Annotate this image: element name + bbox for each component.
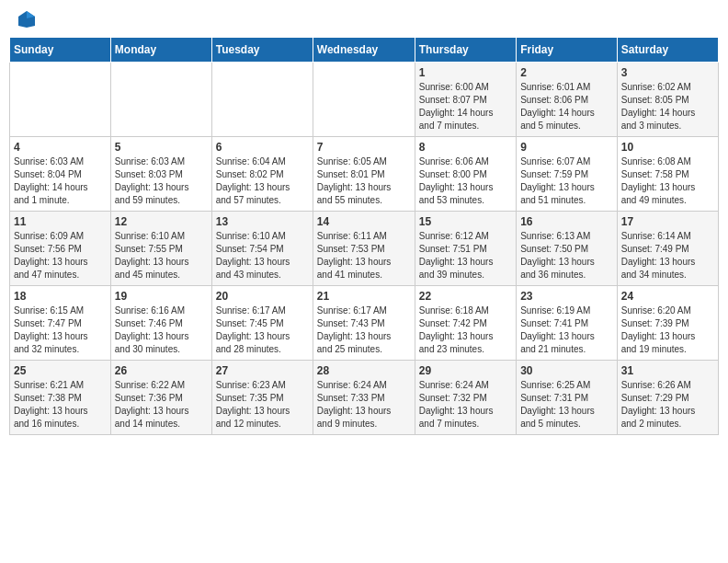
day-number: 30	[520, 364, 613, 377]
day-number: 15	[419, 215, 512, 228]
day-info: Sunrise: 6:24 AM Sunset: 7:33 PM Dayligh…	[317, 379, 411, 431]
day-info: Sunrise: 6:24 AM Sunset: 7:32 PM Dayligh…	[419, 379, 512, 431]
day-cell: 24Sunrise: 6:20 AM Sunset: 7:39 PM Dayli…	[617, 286, 718, 361]
day-info: Sunrise: 6:03 AM Sunset: 8:03 PM Dayligh…	[115, 155, 208, 207]
day-info: Sunrise: 6:01 AM Sunset: 8:06 PM Dayligh…	[520, 81, 613, 132]
day-info: Sunrise: 6:18 AM Sunset: 7:42 PM Dayligh…	[419, 304, 512, 356]
day-cell: 9Sunrise: 6:07 AM Sunset: 7:59 PM Daylig…	[517, 137, 618, 212]
day-number: 6	[216, 141, 309, 154]
day-info: Sunrise: 6:03 AM Sunset: 8:04 PM Dayligh…	[14, 155, 107, 207]
day-cell: 15Sunrise: 6:12 AM Sunset: 7:51 PM Dayli…	[415, 212, 516, 286]
day-number: 26	[115, 364, 208, 377]
day-info: Sunrise: 6:21 AM Sunset: 7:38 PM Dayligh…	[14, 379, 107, 431]
day-cell: 8Sunrise: 6:06 AM Sunset: 8:00 PM Daylig…	[415, 137, 516, 212]
day-number: 8	[419, 141, 512, 154]
day-info: Sunrise: 6:14 AM Sunset: 7:49 PM Dayligh…	[621, 230, 714, 282]
day-cell: 25Sunrise: 6:21 AM Sunset: 7:38 PM Dayli…	[10, 361, 111, 435]
day-number: 29	[419, 364, 512, 377]
week-row-1: 4Sunrise: 6:03 AM Sunset: 8:04 PM Daylig…	[10, 137, 719, 212]
week-row-0: 1Sunrise: 6:00 AM Sunset: 8:07 PM Daylig…	[10, 63, 719, 137]
day-cell: 20Sunrise: 6:17 AM Sunset: 7:45 PM Dayli…	[211, 286, 313, 361]
day-number: 28	[317, 364, 411, 377]
day-info: Sunrise: 6:05 AM Sunset: 8:01 PM Dayligh…	[317, 155, 411, 207]
day-cell: 4Sunrise: 6:03 AM Sunset: 8:04 PM Daylig…	[10, 137, 111, 212]
day-cell: 19Sunrise: 6:16 AM Sunset: 7:46 PM Dayli…	[110, 286, 211, 361]
day-number: 22	[419, 290, 512, 303]
day-cell: 30Sunrise: 6:25 AM Sunset: 7:31 PM Dayli…	[517, 361, 618, 435]
day-cell: 6Sunrise: 6:04 AM Sunset: 8:02 PM Daylig…	[211, 137, 313, 212]
day-number: 2	[520, 66, 613, 79]
day-cell: 22Sunrise: 6:18 AM Sunset: 7:42 PM Dayli…	[415, 286, 516, 361]
weekday-header-row: SundayMondayTuesdayWednesdayThursdayFrid…	[10, 38, 719, 63]
day-number: 3	[621, 66, 714, 79]
day-info: Sunrise: 6:08 AM Sunset: 7:58 PM Dayligh…	[621, 155, 714, 207]
page-header	[9, 9, 719, 29]
day-number: 27	[216, 364, 309, 377]
logo	[13, 9, 39, 29]
day-info: Sunrise: 6:23 AM Sunset: 7:35 PM Dayligh…	[216, 379, 309, 431]
day-number: 31	[621, 364, 714, 377]
day-cell: 7Sunrise: 6:05 AM Sunset: 8:01 PM Daylig…	[313, 137, 415, 212]
day-number: 7	[317, 141, 411, 154]
day-info: Sunrise: 6:13 AM Sunset: 7:50 PM Dayligh…	[520, 230, 613, 282]
day-cell: 10Sunrise: 6:08 AM Sunset: 7:58 PM Dayli…	[617, 137, 718, 212]
day-info: Sunrise: 6:17 AM Sunset: 7:45 PM Dayligh…	[216, 304, 309, 356]
day-info: Sunrise: 6:06 AM Sunset: 8:00 PM Dayligh…	[419, 155, 512, 207]
day-cell: 26Sunrise: 6:22 AM Sunset: 7:36 PM Dayli…	[110, 361, 211, 435]
day-number: 5	[115, 141, 208, 154]
day-number: 17	[621, 215, 714, 228]
calendar-table: SundayMondayTuesdayWednesdayThursdayFrid…	[9, 37, 719, 435]
day-number: 4	[14, 141, 107, 154]
day-info: Sunrise: 6:11 AM Sunset: 7:53 PM Dayligh…	[317, 230, 411, 282]
day-cell: 5Sunrise: 6:03 AM Sunset: 8:03 PM Daylig…	[110, 137, 211, 212]
day-info: Sunrise: 6:02 AM Sunset: 8:05 PM Dayligh…	[621, 81, 714, 132]
day-cell: 11Sunrise: 6:09 AM Sunset: 7:56 PM Dayli…	[10, 212, 111, 286]
day-info: Sunrise: 6:04 AM Sunset: 8:02 PM Dayligh…	[216, 155, 309, 207]
day-cell: 27Sunrise: 6:23 AM Sunset: 7:35 PM Dayli…	[211, 361, 313, 435]
day-number: 24	[621, 290, 714, 303]
day-number: 16	[520, 215, 613, 228]
day-cell: 1Sunrise: 6:00 AM Sunset: 8:07 PM Daylig…	[415, 63, 516, 137]
weekday-sunday: Sunday	[10, 38, 111, 63]
day-info: Sunrise: 6:12 AM Sunset: 7:51 PM Dayligh…	[419, 230, 512, 282]
week-row-4: 25Sunrise: 6:21 AM Sunset: 7:38 PM Dayli…	[10, 361, 719, 435]
day-info: Sunrise: 6:19 AM Sunset: 7:41 PM Dayligh…	[520, 304, 613, 356]
day-number: 11	[14, 215, 107, 228]
calendar-body: 1Sunrise: 6:00 AM Sunset: 8:07 PM Daylig…	[10, 63, 719, 435]
day-cell: 29Sunrise: 6:24 AM Sunset: 7:32 PM Dayli…	[415, 361, 516, 435]
day-number: 13	[216, 215, 309, 228]
day-number: 12	[115, 215, 208, 228]
day-info: Sunrise: 6:10 AM Sunset: 7:54 PM Dayligh…	[216, 230, 309, 282]
day-info: Sunrise: 6:26 AM Sunset: 7:29 PM Dayligh…	[621, 379, 714, 431]
day-info: Sunrise: 6:25 AM Sunset: 7:31 PM Dayligh…	[520, 379, 613, 431]
day-cell	[313, 63, 415, 137]
day-cell: 2Sunrise: 6:01 AM Sunset: 8:06 PM Daylig…	[517, 63, 618, 137]
week-row-3: 18Sunrise: 6:15 AM Sunset: 7:47 PM Dayli…	[10, 286, 719, 361]
day-number: 18	[14, 290, 107, 303]
day-number: 19	[115, 290, 208, 303]
day-info: Sunrise: 6:07 AM Sunset: 7:59 PM Dayligh…	[520, 155, 613, 207]
day-info: Sunrise: 6:20 AM Sunset: 7:39 PM Dayligh…	[621, 304, 714, 356]
day-number: 10	[621, 141, 714, 154]
week-row-2: 11Sunrise: 6:09 AM Sunset: 7:56 PM Dayli…	[10, 212, 719, 286]
day-info: Sunrise: 6:09 AM Sunset: 7:56 PM Dayligh…	[14, 230, 107, 282]
day-info: Sunrise: 6:16 AM Sunset: 7:46 PM Dayligh…	[115, 304, 208, 356]
day-number: 21	[317, 290, 411, 303]
day-number: 9	[520, 141, 613, 154]
day-cell: 28Sunrise: 6:24 AM Sunset: 7:33 PM Dayli…	[313, 361, 415, 435]
calendar-header: SundayMondayTuesdayWednesdayThursdayFrid…	[10, 38, 719, 63]
day-cell: 31Sunrise: 6:26 AM Sunset: 7:29 PM Dayli…	[617, 361, 718, 435]
logo-icon	[17, 9, 37, 29]
day-cell: 14Sunrise: 6:11 AM Sunset: 7:53 PM Dayli…	[313, 212, 415, 286]
day-cell: 18Sunrise: 6:15 AM Sunset: 7:47 PM Dayli…	[10, 286, 111, 361]
day-info: Sunrise: 6:00 AM Sunset: 8:07 PM Dayligh…	[419, 81, 512, 132]
day-number: 1	[419, 66, 512, 79]
weekday-saturday: Saturday	[617, 38, 718, 63]
day-number: 20	[216, 290, 309, 303]
day-cell: 17Sunrise: 6:14 AM Sunset: 7:49 PM Dayli…	[617, 212, 718, 286]
weekday-friday: Friday	[517, 38, 618, 63]
weekday-tuesday: Tuesday	[211, 38, 313, 63]
day-cell: 12Sunrise: 6:10 AM Sunset: 7:55 PM Dayli…	[110, 212, 211, 286]
weekday-wednesday: Wednesday	[313, 38, 415, 63]
day-cell: 21Sunrise: 6:17 AM Sunset: 7:43 PM Dayli…	[313, 286, 415, 361]
